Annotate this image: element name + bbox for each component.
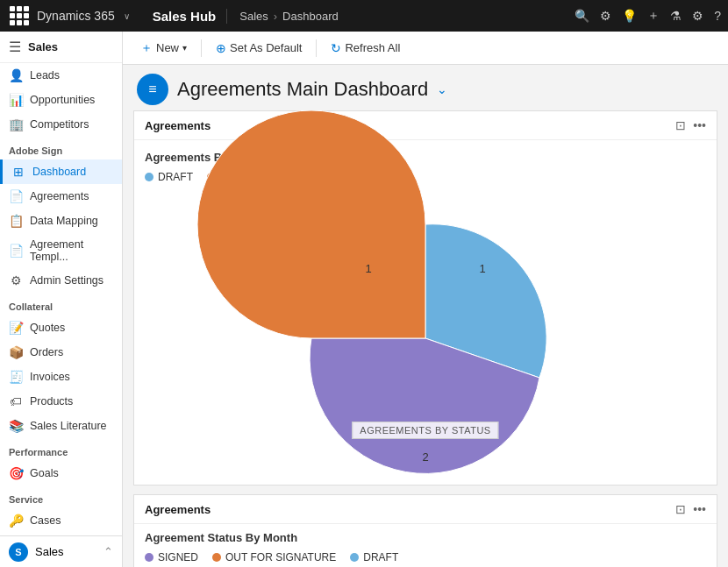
main-content: ＋ New ▾ ⊕ Set As Default ↻ Refresh All ≡… (123, 32, 728, 567)
legend2-ofs-label: OUT FOR SIGNATURE (225, 551, 336, 563)
page-title-chevron-icon[interactable]: ⌄ (437, 82, 447, 96)
breadcrumb-dashboard[interactable]: Dashboard (282, 10, 339, 23)
sidebar-item-admin-settings[interactable]: ⚙ Admin Settings (0, 268, 122, 293)
legend-draft-dot (145, 173, 153, 181)
sidebar-item-invoices[interactable]: 🧾 Invoices (0, 365, 122, 389)
legend2-signed-dot (145, 553, 153, 562)
page-icon-glyph: ≡ (148, 82, 156, 97)
chart2-expand-icon[interactable]: ⊡ (675, 502, 686, 516)
sidebar-item-agreement-template[interactable]: 📄 Agreement Templ... (0, 233, 122, 268)
sidebar-item-leads[interactable]: 👤 Leads (0, 63, 122, 88)
chart-legend-2: SIGNED OUT FOR SIGNATURE DRAFT (145, 551, 706, 563)
legend2-ofs-dot (212, 553, 221, 562)
opportunities-icon: 📊 (9, 93, 23, 107)
competitors-label: Competitors (30, 118, 89, 131)
new-button[interactable]: ＋ New ▾ (133, 37, 194, 60)
new-plus-icon: ＋ (140, 40, 153, 56)
sidebar-item-sales-literature[interactable]: 📚 Sales Literature (0, 414, 122, 438)
sidebar-item-competitors[interactable]: 🏢 Competitors (0, 112, 122, 137)
pie-label-ofs: 2 (422, 450, 428, 464)
dashboard-label: Dashboard (32, 166, 86, 178)
agreements-icon: 📄 (9, 189, 23, 203)
goals-icon: 🎯 (9, 466, 23, 480)
agreements-bar-chart-card: Agreements ⊡ ••• Agreement Status By Mon… (133, 494, 717, 567)
chart-expand-icon[interactable]: ⊡ (675, 118, 686, 132)
sidebar-footer-avatar: S (9, 542, 28, 562)
goals-label: Goals (30, 467, 59, 479)
page-header: ≡ Agreements Main Dashboard ⌄ (123, 65, 728, 110)
legend2-draft-label: DRAFT (363, 551, 398, 563)
toolbar-separator-2 (316, 39, 317, 57)
breadcrumb: Sales › Dashboard (239, 10, 338, 23)
pie-label-signed: 1 (365, 262, 371, 275)
refresh-label: Refresh All (345, 41, 400, 54)
chart-inner-1: Agreements By Status DRAFT OUT FOR SIGNA… (134, 140, 717, 485)
brand-chevron-icon: ∨ (124, 11, 130, 21)
main-layout: ☰ Sales 👤 Leads 📊 Opportunities 🏢 Compet… (0, 32, 728, 567)
refresh-button[interactable]: ↻ Refresh All (324, 38, 407, 59)
gear-icon[interactable]: ⚙ (692, 9, 703, 23)
filter-icon[interactable]: ⚗ (670, 9, 682, 23)
service-section-label: Service (0, 485, 122, 508)
sales-literature-label: Sales Literature (30, 420, 107, 432)
chart-subtitle-2: Agreement Status By Month (145, 531, 706, 544)
admin-settings-icon: ⚙ (9, 273, 23, 287)
new-label: New (156, 41, 179, 54)
sidebar-hamburger-icon[interactable]: ☰ (9, 39, 21, 55)
set-default-button[interactable]: ⊕ Set As Default (209, 38, 309, 59)
agreements-label: Agreements (30, 190, 89, 202)
leads-icon: 👤 (9, 68, 23, 82)
opportunities-label: Opportunities (30, 94, 95, 106)
sidebar-item-goals[interactable]: 🎯 Goals (0, 461, 122, 485)
performance-section-label: Performance (0, 438, 122, 461)
cases-icon: 🔑 (9, 514, 23, 528)
data-mapping-icon: 📋 (9, 214, 23, 228)
orders-label: Orders (30, 346, 63, 358)
adobe-sign-section-label: Adobe Sign (0, 137, 122, 159)
sidebar-footer-label: Sales (35, 545, 64, 558)
app-name: Sales Hub (142, 9, 228, 24)
pie-chart-container: 1 1 2 AGREEMENTS BY STATUS (145, 194, 706, 474)
refresh-icon: ↻ (331, 41, 341, 55)
sidebar-section-sales: 👤 Leads 📊 Opportunities 🏢 Competitors (0, 63, 122, 137)
legend2-ofs: OUT FOR SIGNATURE (212, 551, 336, 563)
quotes-icon: 📝 (9, 321, 23, 335)
lightbulb-icon[interactable]: 💡 (622, 9, 637, 23)
sidebar-item-cases[interactable]: 🔑 Cases (0, 508, 122, 533)
pie-segment-ofs (197, 110, 425, 338)
chart2-more-icon[interactable]: ••• (693, 502, 706, 516)
page-icon: ≡ (137, 74, 168, 105)
chart-more-icon[interactable]: ••• (693, 118, 706, 132)
legend2-signed: SIGNED (145, 551, 198, 563)
sidebar-item-quotes[interactable]: 📝 Quotes (0, 315, 122, 340)
legend2-draft-dot (350, 553, 359, 562)
products-label: Products (30, 395, 73, 408)
waffle-menu-button[interactable] (7, 4, 32, 28)
sidebar-item-opportunities[interactable]: 📊 Opportunities (0, 88, 122, 112)
search-icon[interactable]: 🔍 (575, 9, 589, 23)
collateral-section-label: Collateral (0, 293, 122, 315)
plus-icon[interactable]: ＋ (647, 8, 660, 24)
help-icon[interactable]: ? (714, 9, 721, 23)
new-dropdown-icon: ▾ (182, 43, 187, 53)
top-bar-icon-group: 🔍 ⚙ 💡 ＋ ⚗ ⚙ ? (575, 8, 721, 24)
set-default-icon: ⊕ (216, 41, 226, 55)
sidebar-item-data-mapping[interactable]: 📋 Data Mapping (0, 209, 122, 233)
page-title: Agreements Main Dashboard (177, 78, 428, 101)
quotes-label: Quotes (30, 322, 65, 334)
breadcrumb-sales[interactable]: Sales (239, 10, 268, 23)
admin-settings-label: Admin Settings (30, 274, 103, 287)
brand-name: Dynamics 365 (37, 9, 115, 23)
content-area: Agreements ⊡ ••• Agreements By Status DR… (123, 110, 728, 567)
sidebar-item-dashboard[interactable]: ⊞ Dashboard (0, 159, 122, 184)
waffle-icon (10, 6, 29, 25)
sidebar-item-agreements[interactable]: 📄 Agreements (0, 184, 122, 209)
toolbar-separator-1 (201, 39, 202, 57)
settings-app-icon[interactable]: ⚙ (600, 9, 611, 23)
sidebar-scroll-area: 👤 Leads 📊 Opportunities 🏢 Competitors Ad… (0, 63, 122, 535)
legend2-draft: DRAFT (350, 551, 398, 563)
sidebar-section-adobe-sign: Adobe Sign ⊞ Dashboard 📄 Agreements 📋 Da… (0, 137, 122, 293)
sidebar-item-products[interactable]: 🏷 Products (0, 389, 122, 414)
sidebar-item-orders[interactable]: 📦 Orders (0, 340, 122, 365)
pie-label-draft: 1 (479, 262, 485, 275)
